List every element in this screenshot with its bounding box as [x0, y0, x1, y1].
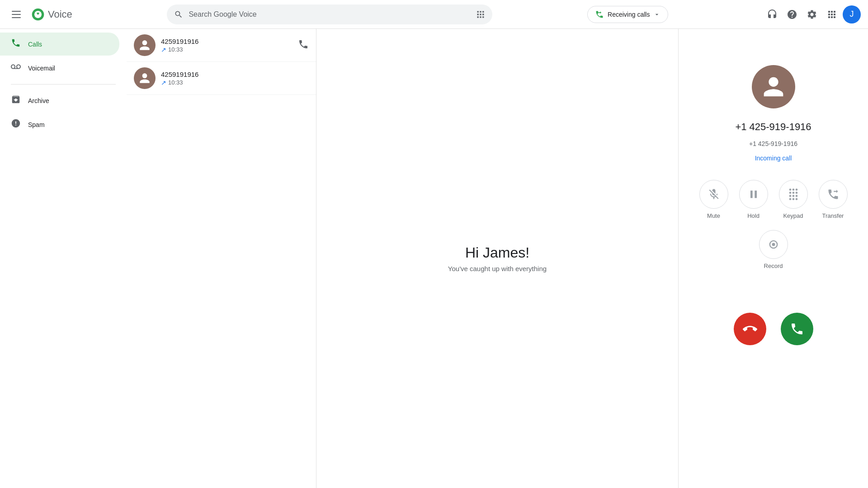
sidebar: Calls Voicemail Archive	[0, 29, 127, 488]
keypad-circle	[779, 180, 808, 209]
keypad-label: Keypad	[783, 212, 803, 219]
phone-icon-1	[298, 39, 309, 50]
call-number-1: 4259191916	[161, 38, 292, 45]
outgoing-arrow-1: ↗	[161, 46, 166, 53]
call-info-1: 4259191916 ↗ 10:33	[161, 38, 292, 53]
header-icons: J	[763, 5, 861, 23]
mute-control[interactable]: Mute	[699, 180, 728, 219]
accept-button[interactable]	[781, 313, 813, 345]
hold-control[interactable]: Hold	[739, 180, 768, 219]
middle-panel: Hi James! You've caught up with everythi…	[316, 29, 678, 488]
call-controls: Mute Hold Keypad	[689, 180, 857, 269]
settings-icon	[807, 9, 817, 20]
call-list: 4259191916 ↗ 10:33 4259191916	[127, 29, 316, 488]
hamburger-icon	[12, 11, 21, 18]
logo-text: Voice	[48, 9, 72, 20]
decline-button[interactable]	[734, 313, 766, 345]
subtext: You've caught up with everything	[448, 265, 547, 272]
sidebar-item-spam[interactable]: Spam	[0, 113, 119, 136]
record-icon	[767, 238, 780, 251]
caller-status: Incoming call	[755, 155, 792, 162]
svg-point-1	[772, 243, 775, 246]
logo-link[interactable]: Voice	[31, 7, 72, 22]
decline-icon	[743, 322, 757, 336]
receiving-calls-button[interactable]: Receiving calls	[587, 6, 668, 23]
record-label: Record	[764, 263, 783, 269]
call-meta-1: ↗ 10:33	[161, 46, 292, 53]
sidebar-item-voicemail[interactable]: Voicemail	[0, 56, 119, 80]
archive-icon	[11, 94, 21, 107]
person-icon-2	[137, 71, 152, 85]
main-content: Calls Voicemail Archive	[0, 29, 868, 488]
caller-number-primary: +1 425-919-1916	[735, 121, 811, 133]
greeting-text: Hi James!	[465, 244, 529, 261]
receiving-calls-icon	[595, 10, 604, 19]
dropdown-arrow-icon	[653, 11, 660, 18]
sidebar-calls-label: Calls	[28, 41, 42, 48]
sidebar-voicemail-label: Voicemail	[28, 65, 55, 72]
caller-avatar-2	[134, 67, 156, 89]
outgoing-arrow-2: ↗	[161, 79, 166, 86]
sidebar-item-archive[interactable]: Archive	[0, 89, 119, 112]
incoming-caller-avatar	[752, 65, 795, 108]
mute-icon	[708, 188, 720, 201]
calls-icon	[11, 38, 21, 50]
keypad-control[interactable]: Keypad	[779, 180, 808, 219]
search-input[interactable]	[189, 10, 471, 19]
incoming-person-icon	[759, 72, 788, 101]
record-control[interactable]: Record	[759, 230, 788, 269]
caller-number-secondary: +1 425-919-1916	[749, 140, 797, 147]
hold-icon	[747, 188, 760, 201]
headset-icon	[767, 9, 778, 20]
transfer-circle	[819, 180, 848, 209]
transfer-icon	[827, 188, 840, 201]
receiving-calls-label: Receiving calls	[608, 11, 650, 18]
apps-button[interactable]	[823, 5, 841, 23]
call-item-2[interactable]: 4259191916 ↗ 10:33	[127, 62, 316, 95]
sidebar-spam-label: Spam	[28, 121, 45, 128]
mute-label: Mute	[707, 212, 720, 219]
call-time-1: 10:33	[168, 46, 183, 53]
hold-label: Hold	[747, 212, 760, 219]
call-time-2: 10:33	[168, 79, 183, 86]
accept-icon	[790, 322, 804, 336]
spam-icon	[11, 118, 21, 131]
transfer-label: Transfer	[822, 212, 844, 219]
voice-logo-icon	[31, 7, 45, 22]
sidebar-archive-label: Archive	[28, 97, 49, 104]
transfer-control[interactable]: Transfer	[819, 180, 848, 219]
sidebar-divider	[11, 84, 116, 84]
header: Voice Receiving calls	[0, 0, 868, 29]
action-buttons	[734, 313, 813, 345]
menu-button[interactable]	[7, 5, 25, 23]
call-phone-button-1[interactable]	[298, 39, 309, 52]
person-icon-1	[137, 38, 152, 52]
call-item[interactable]: 4259191916 ↗ 10:33	[127, 29, 316, 62]
search-bar[interactable]	[167, 5, 492, 24]
record-circle	[759, 230, 788, 259]
user-avatar[interactable]: J	[843, 5, 861, 23]
call-meta-2: ↗ 10:33	[161, 79, 309, 86]
search-grid-icon	[476, 10, 485, 19]
right-panel: +1 425-919-1916 +1 425-919-1916 Incoming…	[678, 29, 868, 488]
keypad-icon	[787, 188, 800, 201]
mute-circle	[699, 180, 728, 209]
settings-button[interactable]	[803, 5, 821, 23]
apps-icon	[826, 9, 837, 20]
voicemail-icon	[11, 62, 21, 74]
hold-circle	[739, 180, 768, 209]
search-icon	[174, 10, 183, 19]
call-info-2: 4259191916 ↗ 10:33	[161, 70, 309, 86]
help-button[interactable]	[783, 5, 801, 23]
call-number-2: 4259191916	[161, 70, 309, 78]
caller-avatar-1	[134, 34, 156, 56]
help-icon	[787, 9, 797, 20]
sidebar-item-calls[interactable]: Calls	[0, 33, 119, 56]
headset-button[interactable]	[763, 5, 781, 23]
